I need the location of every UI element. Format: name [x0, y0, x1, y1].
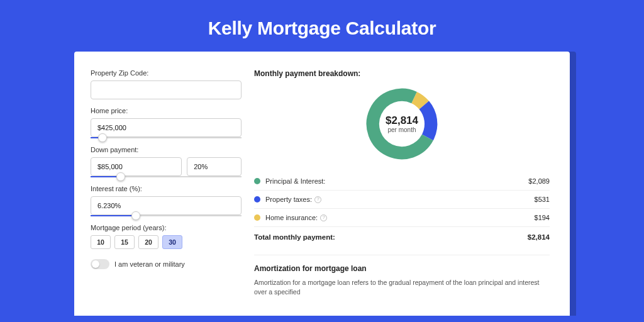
form-column: Property Zip Code: Home price: Down paym…: [91, 69, 242, 316]
zip-label: Property Zip Code:: [91, 69, 242, 77]
term-button-30[interactable]: 30: [162, 235, 182, 249]
legend-row: Principal & Interest:$2,089: [254, 172, 550, 191]
amortization-text: Amortization for a mortgage loan refers …: [254, 278, 550, 297]
legend-dot-icon: [254, 196, 260, 203]
legend-dot-icon: [254, 178, 260, 184]
donut-sub: per month: [387, 126, 416, 133]
legend-label: Principal & Interest:: [265, 177, 528, 185]
home-price-group: Home price:: [91, 107, 242, 138]
interest-rate-input[interactable]: [91, 196, 242, 215]
amortization-title: Amortization for mortgage loan: [254, 255, 550, 273]
down-payment-group: Down payment:: [91, 146, 242, 177]
total-label: Total monthly payment:: [254, 233, 335, 241]
home-price-input[interactable]: [91, 118, 242, 137]
legend-value: $2,089: [528, 177, 550, 185]
veteran-row: I am veteran or military: [91, 259, 242, 269]
interest-rate-slider[interactable]: [91, 215, 242, 216]
results-column: Monthly payment breakdown: $2,814 per mo…: [254, 69, 550, 316]
legend-value: $531: [535, 196, 550, 203]
veteran-toggle[interactable]: [91, 259, 109, 269]
total-row: Total monthly payment: $2,814: [254, 227, 550, 248]
page-title: Kelly Mortgage Calculator: [0, 0, 644, 52]
calculator-card: Property Zip Code: Home price: Down paym…: [74, 52, 570, 316]
total-value: $2,814: [528, 233, 550, 241]
down-payment-percent-input[interactable]: [187, 157, 242, 176]
term-button-15[interactable]: 15: [114, 235, 135, 249]
legend-dot-icon: [254, 214, 260, 221]
donut-amount: $2,814: [386, 114, 418, 127]
donut-chart: $2,814 per month: [364, 86, 440, 162]
legend-row: Property taxes:?$531: [254, 191, 550, 209]
zip-group: Property Zip Code:: [91, 69, 242, 99]
home-price-slider-thumb[interactable]: [98, 133, 107, 142]
veteran-label: I am veteran or military: [114, 260, 185, 268]
help-icon[interactable]: ?: [320, 214, 327, 221]
donut-center: $2,814 per month: [364, 86, 440, 162]
down-payment-label: Down payment:: [91, 146, 242, 153]
down-payment-amount-input[interactable]: [91, 157, 182, 176]
donut-chart-wrap: $2,814 per month: [254, 84, 550, 169]
home-price-label: Home price:: [91, 107, 242, 114]
down-payment-slider-thumb[interactable]: [116, 172, 125, 181]
zip-input[interactable]: [91, 80, 242, 99]
legend-value: $194: [535, 214, 550, 221]
interest-rate-slider-thumb[interactable]: [131, 211, 140, 220]
term-button-10[interactable]: 10: [91, 235, 111, 249]
legend: Principal & Interest:$2,089Property taxe…: [254, 172, 550, 227]
interest-rate-group: Interest rate (%):: [91, 185, 242, 216]
term-button-20[interactable]: 20: [138, 235, 158, 249]
legend-label: Property taxes:?: [265, 196, 535, 203]
legend-label: Home insurance:?: [265, 214, 535, 221]
term-label: Mortgage period (years):: [91, 224, 242, 231]
breakdown-title: Monthly payment breakdown:: [254, 69, 550, 78]
home-price-slider[interactable]: [91, 137, 242, 138]
down-payment-slider[interactable]: [91, 176, 242, 177]
help-icon[interactable]: ?: [314, 196, 321, 203]
term-group: Mortgage period (years): 10152030: [91, 224, 242, 249]
legend-row: Home insurance:?$194: [254, 209, 550, 227]
interest-rate-label: Interest rate (%):: [91, 185, 242, 192]
